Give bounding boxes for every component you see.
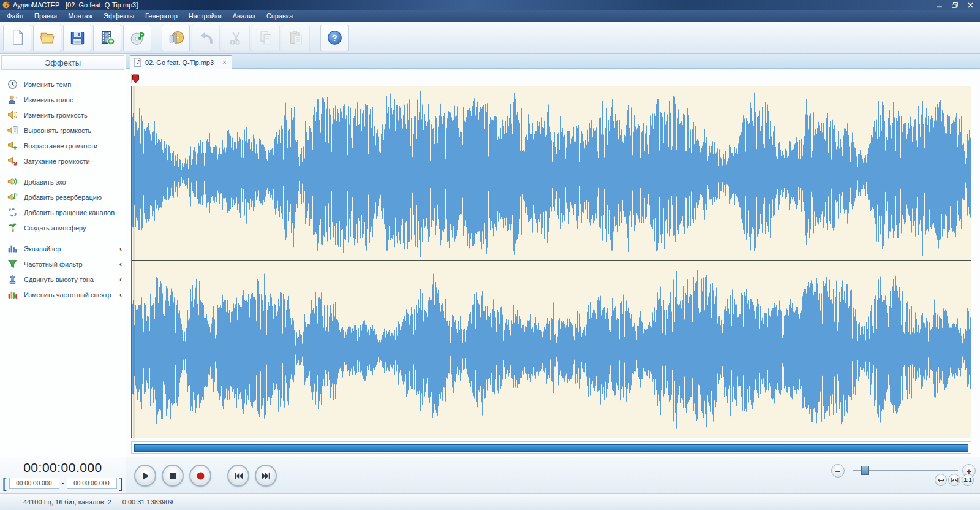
- video-add-icon: [99, 29, 116, 46]
- menu-item-5[interactable]: Генератор: [140, 11, 183, 21]
- effect-label: Изменить темп: [24, 81, 71, 88]
- restore-button[interactable]: [951, 2, 959, 9]
- transport-bar: − + 1:1: [126, 457, 980, 493]
- audio-file-icon: [134, 58, 141, 67]
- grab-audio-cd-button[interactable]: [123, 25, 151, 51]
- menu-item-1[interactable]: Файл: [1, 11, 29, 21]
- fit-selection-button[interactable]: [948, 474, 960, 486]
- effect-item[interactable]: Изменить темп: [0, 77, 126, 92]
- waveform-scrollbar[interactable]: [131, 441, 971, 454]
- waveform-display[interactable]: [131, 86, 971, 438]
- effect-item[interactable]: Изменить частотный спектр‹: [0, 287, 126, 302]
- equalizer-icon: [7, 243, 18, 254]
- selection-end-input[interactable]: [67, 478, 117, 489]
- expand-chevron-icon[interactable]: ‹: [119, 292, 122, 298]
- bracket-left: [: [2, 477, 7, 489]
- menu-item-8[interactable]: Справка: [261, 11, 298, 21]
- bracket-right: ]: [119, 477, 124, 489]
- channels-icon: [7, 207, 18, 218]
- tempo-icon: [7, 79, 18, 89]
- extract-audio-from-video-button[interactable]: [93, 25, 121, 51]
- menu-item-7[interactable]: Анализ: [227, 11, 261, 21]
- paste-icon: [288, 29, 304, 46]
- undo-button: [192, 25, 220, 51]
- stereo-waveform: [132, 86, 971, 438]
- tab-close-icon[interactable]: ×: [222, 58, 227, 67]
- menu-item-3[interactable]: Монтаж: [62, 11, 98, 21]
- effect-label: Эквалайзер: [24, 245, 61, 253]
- scrollbar-thumb[interactable]: [134, 444, 968, 452]
- expand-chevron-icon[interactable]: ‹: [119, 246, 122, 252]
- effect-item[interactable]: Затухание громкости: [0, 153, 126, 169]
- playhead-flag-icon[interactable]: [132, 74, 140, 83]
- effect-label: Затухание громкости: [24, 158, 90, 165]
- current-time: 00:00:00.000: [0, 460, 126, 475]
- menu-item-2[interactable]: Правка: [29, 11, 62, 21]
- skip-end-icon: [261, 471, 271, 481]
- effect-item[interactable]: Изменить громкость: [0, 107, 126, 123]
- play-button[interactable]: [134, 465, 156, 487]
- editor-area: 02. Go feat. Q-Tip.mp3 ×: [126, 54, 980, 457]
- open-folder-icon: [39, 29, 56, 46]
- effect-item[interactable]: Добавить вращение каналов: [0, 205, 126, 220]
- record-sound-icon: [168, 29, 184, 46]
- effect-item[interactable]: Эквалайзер‹: [0, 241, 126, 256]
- close-button[interactable]: [967, 2, 974, 9]
- effect-item[interactable]: Добавить реверберацию: [0, 189, 126, 205]
- expand-chevron-icon[interactable]: ‹: [119, 276, 122, 283]
- stop-icon: [168, 471, 178, 481]
- record-sound-button[interactable]: [162, 25, 190, 51]
- fit-width-button[interactable]: [935, 474, 947, 486]
- spectrum-icon: [7, 289, 18, 300]
- effect-item[interactable]: Добавить эхо: [0, 174, 126, 189]
- minimize-button[interactable]: [936, 2, 943, 9]
- tab-bar: 02. Go feat. Q-Tip.mp3 ×: [126, 54, 980, 69]
- cd-audio-icon: [129, 29, 146, 46]
- save-icon: [69, 29, 86, 46]
- app-icon: [2, 1, 10, 9]
- expand-chevron-icon[interactable]: ‹: [119, 261, 122, 267]
- fit-width-icon: [937, 476, 945, 484]
- menu-item-6[interactable]: Настройки: [183, 11, 227, 21]
- echo-icon: [7, 177, 18, 187]
- effect-item[interactable]: Создать атмосферу: [0, 220, 126, 235]
- effect-label: Изменить громкость: [24, 112, 88, 119]
- one-to-one-zoom-button[interactable]: 1:1: [962, 474, 974, 486]
- save-file-button[interactable]: [63, 25, 91, 51]
- skip-end-button[interactable]: [255, 465, 277, 487]
- skip-start-button[interactable]: [227, 465, 249, 487]
- minus-icon: −: [835, 466, 841, 476]
- one-to-one-label: 1:1: [963, 477, 971, 483]
- effect-item[interactable]: Сдвинуть высоту тона‹: [0, 272, 126, 287]
- effects-panel-title: Эффекты: [1, 55, 124, 70]
- zoom-slider-handle[interactable]: [861, 466, 869, 475]
- play-icon: [140, 471, 151, 481]
- effect-item[interactable]: Возрастание громкости: [0, 138, 126, 153]
- effect-item[interactable]: Выровнять громкость: [0, 123, 126, 138]
- waveform-left-channel: [132, 91, 971, 257]
- seek-ruler[interactable]: [131, 74, 971, 83]
- effect-label: Частотный фильтр: [24, 261, 83, 268]
- record-button[interactable]: [189, 465, 211, 487]
- stop-button[interactable]: [162, 465, 184, 487]
- toolbar: [0, 22, 980, 54]
- close-icon: [968, 2, 973, 8]
- zoom-out-button[interactable]: −: [831, 464, 845, 478]
- effect-label: Сдвинуть высоту тона: [24, 276, 94, 283]
- document-tab[interactable]: 02. Go feat. Q-Tip.mp3 ×: [130, 55, 232, 69]
- effect-label: Добавить эхо: [24, 178, 66, 186]
- open-file-button[interactable]: [33, 25, 61, 51]
- menu-item-4[interactable]: Эффекты: [98, 11, 140, 21]
- effect-item[interactable]: Частотный фильтр‹: [0, 256, 126, 272]
- help-button[interactable]: [320, 25, 349, 51]
- minimize-icon: [937, 2, 943, 8]
- effect-label: Добавить реверберацию: [24, 194, 102, 201]
- effect-item[interactable]: Изменить голос: [0, 92, 126, 107]
- selection-range: [ - ]: [0, 477, 126, 489]
- filter-icon: [7, 259, 18, 269]
- selection-start-input[interactable]: [9, 478, 59, 489]
- effect-label: Добавить вращение каналов: [24, 209, 115, 216]
- new-file-button[interactable]: [3, 25, 31, 51]
- menu-bar: ФайлПравкаМонтажЭффектыГенераторНастройк…: [0, 10, 980, 22]
- status-bar: 44100 Гц, 16 бит, каналов: 2 0:00:31.138…: [0, 493, 980, 510]
